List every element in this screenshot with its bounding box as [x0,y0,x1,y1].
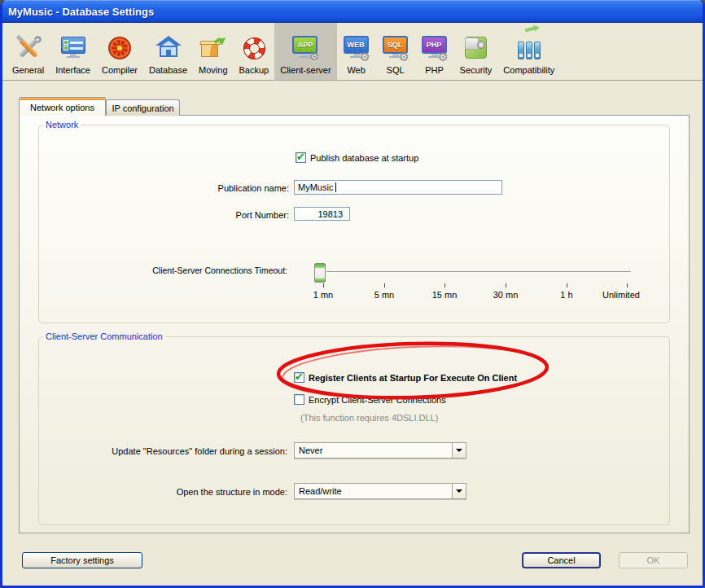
app-server-monitor-icon: APP [291,33,319,63]
toolbar-item-php[interactable]: PHP PHP [415,23,454,80]
toolbar-item-label: Moving [199,65,227,75]
toolbar-item-label: Security [460,65,493,75]
title-bar: MyMusic - Database Settings [0,0,705,23]
toolbar-item-backup[interactable]: Backup [234,23,275,80]
port-number-label: Port Number: [126,210,289,220]
toolbar-item-web[interactable]: WEB Web [337,23,376,80]
publish-database-label: Publish database at startup [310,153,418,163]
toolbar-item-database[interactable]: Database [143,23,193,80]
open-structure-dropdown[interactable]: Read/write [294,483,466,499]
slider-tick-label: 5 mn [352,290,417,300]
resources-folder-label: Update "Resources" folder during a sessi… [84,446,287,456]
communication-group-title: Client-Server Communication [43,331,165,341]
toolbar-item-interface[interactable]: Interface [50,23,96,80]
toolbar-item-label: PHP [425,65,444,75]
window-title: MyMusic - Database Settings [0,6,154,18]
toolbar-item-general[interactable]: General [7,23,50,80]
cancel-button[interactable]: Cancel [522,552,601,568]
ok-button[interactable]: OK [619,552,688,568]
toolbar-item-label: Client-server [280,65,331,75]
house-icon [155,33,182,63]
toolbar-item-client-server[interactable]: APP Client-server [274,23,336,80]
php-monitor-icon: PHP [421,33,449,63]
gear-icon [360,50,373,64]
register-clients-label: Register Clients at Startup For Execute … [309,373,517,383]
toolbar-item-label: Web [347,65,365,75]
publish-database-checkbox[interactable] [296,152,306,163]
toolbar-item-label: Compiler [102,65,138,75]
slider-tick [567,283,567,287]
publication-name-label: Publication name: [126,183,289,193]
timeout-slider-handle[interactable] [314,263,326,283]
slider-tick-label: Unlimited [589,290,654,300]
slider-tick [384,283,385,287]
resources-folder-dropdown[interactable]: Never [294,442,466,459]
factory-settings-button[interactable]: Factory settings [22,552,142,568]
toolbar-item-label: Backup [239,65,269,75]
toolbar-item-label: Database [149,65,187,75]
dropdown-button[interactable] [452,443,466,458]
slider-tick [506,283,506,287]
binders-icon [515,33,543,63]
slider-tick-label: 30 mn [473,290,538,300]
safe-icon [462,33,489,63]
dll-requirement-note: (This function requires 4DSLI.DLL) [300,413,438,423]
toolbar-item-moving[interactable]: Moving [193,23,233,80]
toolbar-item-label: SQL [387,65,405,75]
settings-toolbar: General Interface Compiler Database Movi… [0,23,705,81]
interface-monitor-icon [59,33,87,63]
dropdown-value: Read/write [295,486,452,496]
gear-icon [438,50,451,64]
dropdown-button[interactable] [452,484,466,498]
lifebuoy-icon [240,33,268,63]
slider-tick [444,283,445,287]
open-structure-label: Open the structure in mode: [84,487,287,497]
gear-icon [309,50,322,64]
database-settings-window: MyMusic - Database Settings General Inte… [0,0,705,588]
toolbar-item-compatibility[interactable]: Compatibility [497,23,560,80]
compiler-wheel-icon [106,33,134,63]
text-cursor [335,182,336,192]
encrypt-connections-checkbox[interactable] [294,394,304,405]
tab-ip-configuration[interactable]: IP configuration [106,99,180,116]
slider-tick-label: 1 mn [291,290,356,300]
web-monitor-icon: WEB [343,33,370,63]
sql-monitor-icon: SQL [382,33,409,63]
toolbar-item-compiler[interactable]: Compiler [96,23,143,80]
tab-network-options[interactable]: Network options [19,97,106,116]
slider-tick-label: 15 mn [412,290,477,300]
toolbar-item-sql[interactable]: SQL SQL [376,23,415,80]
publication-name-input[interactable] [294,180,502,195]
toolbar-item-label: Compatibility [503,65,554,75]
moving-box-icon [199,33,227,63]
timeout-slider-track[interactable] [326,271,631,273]
timeout-label: Client-Server Connections Timeout: [82,265,287,275]
port-number-input[interactable] [294,207,350,221]
register-clients-checkbox[interactable] [294,372,304,383]
toolbar-item-label: General [12,65,44,75]
dropdown-value: Never [295,445,452,455]
chevron-down-icon [456,449,462,452]
toolbar-item-label: Interface [55,65,90,75]
slider-tick [323,283,324,287]
gear-icon [399,50,412,64]
network-group-title: Network [43,120,81,129]
chevron-down-icon [456,489,462,493]
toolbar-item-security[interactable]: Security [454,23,498,80]
encrypt-connections-label: Encrypt Client-Server Connections [309,395,446,405]
tools-icon [15,33,42,63]
slider-tick [627,283,628,287]
